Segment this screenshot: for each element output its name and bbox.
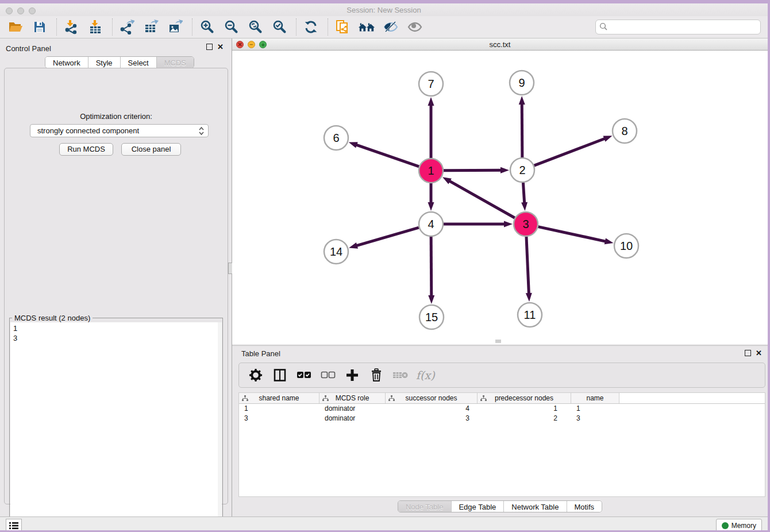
open-folder-icon[interactable] (7, 19, 24, 35)
tab-edge-table[interactable]: Edge Table (451, 501, 504, 512)
export-network-icon[interactable] (118, 19, 136, 35)
network-canvas[interactable]: 7968124314101511 (232, 51, 768, 344)
split-view-icon[interactable] (271, 367, 288, 384)
trash-icon[interactable] (368, 367, 385, 384)
float-table-panel-icon[interactable] (745, 350, 751, 356)
run-mcds-button[interactable]: Run MCDS (59, 143, 113, 156)
table-cell[interactable]: 3 (386, 414, 478, 423)
node-label-9: 9 (518, 76, 525, 89)
mcds-result-text[interactable]: 1 3 (10, 322, 218, 532)
edge-arrow (521, 202, 528, 211)
edge-arrow (349, 242, 358, 249)
desktop-edge (768, 0, 770, 532)
edge-4-15[interactable] (431, 237, 432, 297)
edge-arrow (500, 167, 509, 174)
gear-icon[interactable] (247, 367, 264, 384)
edge-arrow (349, 142, 358, 148)
save-icon[interactable] (31, 19, 48, 35)
table-toolbar: f(x) (238, 363, 765, 388)
column-header-MCDS-role[interactable]: MCDS role (319, 393, 386, 403)
edge-1-2[interactable] (444, 170, 502, 171)
main-toolbar (0, 16, 768, 38)
zoom-in-icon[interactable] (198, 19, 215, 35)
show-all-icon[interactable] (406, 19, 424, 35)
zoom-out-icon[interactable] (222, 19, 240, 35)
delete-table-icon (392, 367, 409, 384)
table-body: 1dominator4113dominator323 (239, 404, 765, 423)
toolbar-separator (112, 18, 113, 36)
edge-2-8[interactable] (534, 138, 606, 165)
close-table-panel-icon[interactable]: ✕ (756, 350, 762, 356)
zoom-selected-icon[interactable] (271, 19, 288, 35)
refresh-icon[interactable] (302, 19, 319, 35)
search-box (595, 20, 761, 34)
toolbar-separator (296, 18, 297, 36)
table-cell[interactable]: 4 (386, 404, 478, 414)
network-view-window: ✕ − ＋ scc.txt 7968124314101511 (232, 38, 768, 344)
import-network-icon[interactable] (63, 19, 80, 35)
node-label-10: 10 (620, 240, 633, 252)
clone-network-icon[interactable] (334, 19, 351, 35)
edge-arrow (428, 202, 434, 211)
edge-arrow (428, 295, 434, 304)
table-cell[interactable]: 3 (239, 414, 319, 423)
hide-selected-icon[interactable] (382, 19, 399, 35)
network-window-titlebar[interactable]: ✕ − ＋ scc.txt (232, 38, 768, 51)
unselect-all-icon[interactable] (319, 367, 337, 384)
node-table: shared nameMCDS rolesuccessor nodesprede… (238, 392, 765, 497)
export-table-icon[interactable] (143, 19, 160, 35)
select-all-icon[interactable] (295, 367, 313, 384)
edge-3-1[interactable] (448, 180, 514, 218)
import-table-icon[interactable] (87, 19, 104, 35)
table-cell[interactable]: 3 (571, 414, 619, 423)
tab-motifs[interactable]: Motifs (567, 501, 602, 512)
edge-4-14[interactable] (356, 228, 419, 246)
close-panel-button[interactable]: Close panel (121, 143, 181, 156)
tab-network-table[interactable]: Network Table (504, 501, 567, 512)
network-graph: 7968124314101511 (232, 51, 768, 344)
column-header-shared-name[interactable]: shared name (239, 393, 319, 403)
tab-mcds[interactable]: MCDS (157, 57, 194, 68)
tab-select[interactable]: Select (121, 57, 157, 68)
node-label-14: 14 (330, 245, 342, 258)
mcds-result-title: MCDS result (2 nodes) (12, 314, 93, 322)
edge-2-9[interactable] (522, 103, 522, 157)
table-row[interactable]: 1dominator411 (239, 404, 765, 414)
tab-network[interactable]: Network (45, 57, 88, 68)
table-cell[interactable]: dominator (319, 404, 386, 414)
network-window-title: scc.txt (232, 40, 768, 49)
edge-2-3[interactable] (523, 183, 524, 204)
table-cell[interactable]: 1 (571, 404, 619, 414)
tab-node-table[interactable]: Node Table (398, 501, 452, 512)
canvas-hscroll-thumb[interactable] (495, 340, 501, 343)
list-icon (9, 521, 19, 530)
column-header-name[interactable]: name (571, 393, 619, 403)
select-stepper-icon (198, 126, 205, 140)
table-cell[interactable]: dominator (319, 414, 386, 423)
node-label-15: 15 (425, 311, 438, 323)
tab-style[interactable]: Style (88, 57, 121, 68)
column-header-predecessor-nodes[interactable]: predecessor nodes (478, 393, 571, 403)
mcds-result-scrollbar[interactable] (218, 322, 222, 532)
table-cell[interactable]: 2 (478, 414, 571, 423)
table-row[interactable]: 3dominator323 (239, 414, 765, 423)
edge-1-6[interactable] (355, 144, 419, 166)
search-input[interactable] (595, 20, 761, 34)
table-cell[interactable]: 1 (239, 404, 319, 414)
home-icon[interactable] (358, 19, 375, 35)
export-image-icon[interactable] (167, 19, 184, 35)
search-icon (599, 22, 608, 33)
edge-3-11[interactable] (526, 237, 529, 295)
zoom-fit-icon[interactable] (247, 19, 264, 35)
table-panel: Table Panel ✕ (232, 345, 768, 516)
column-header-successor-nodes[interactable]: successor nodes (386, 393, 478, 403)
add-icon[interactable] (344, 367, 361, 384)
node-label-6: 6 (333, 132, 339, 144)
float-panel-icon[interactable] (206, 44, 213, 50)
edge-arrow (504, 221, 513, 228)
edge-3-10[interactable] (538, 227, 606, 242)
close-panel-icon[interactable]: ✕ (217, 44, 224, 50)
table-cell[interactable]: 1 (478, 404, 571, 414)
memory-label: Memory (732, 522, 756, 530)
optimization-criterion-select[interactable]: strongly connected component (30, 124, 209, 137)
